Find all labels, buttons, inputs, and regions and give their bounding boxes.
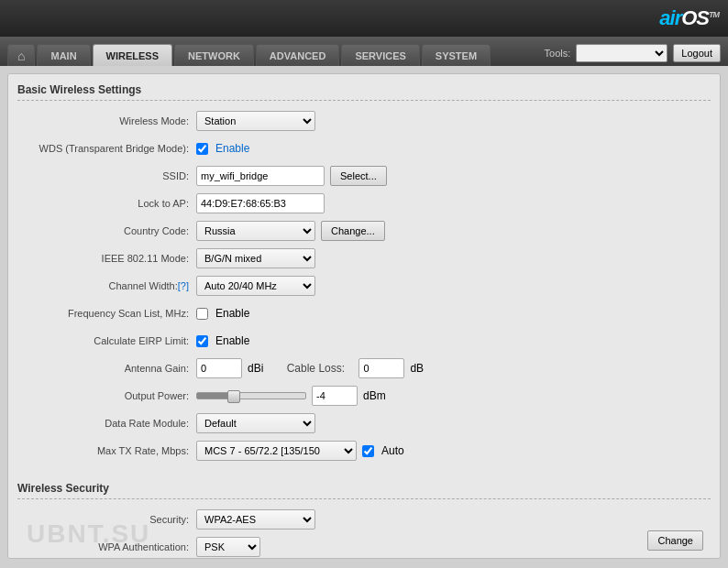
auto-label: Auto (381, 444, 404, 457)
cable-loss-input[interactable] (358, 358, 404, 378)
max-tx-select[interactable]: MCS 7 - 65/72.2 [135/150 (196, 441, 357, 461)
country-code-label: Country Code: (17, 225, 196, 236)
data-rate-label: Data Rate Module: (17, 418, 196, 429)
basic-wireless-title: Basic Wireless Settings (17, 83, 711, 101)
change-button[interactable]: Change (647, 530, 703, 551)
tab-main[interactable]: MAIN (37, 44, 90, 66)
wds-label: WDS (Transparent Bridge Mode): (17, 143, 196, 154)
tab-services[interactable]: SERVICES (341, 44, 419, 66)
calc-eirp-checkbox[interactable] (196, 335, 208, 347)
antenna-cable-row: Antenna Gain: dBi Cable Loss: dB (17, 357, 711, 379)
freq-scan-enable-label: Enable (215, 307, 249, 320)
antenna-gain-control: dBi Cable Loss: dB (196, 358, 424, 378)
tab-advanced[interactable]: ADVANCED (256, 44, 340, 66)
logo: airOSTM (659, 6, 719, 30)
output-power-slider-track[interactable] (196, 392, 306, 399)
antenna-gain-unit: dBi (248, 362, 263, 375)
tab-system[interactable]: SYSTEM (422, 44, 491, 66)
select-button[interactable]: Select... (330, 166, 387, 186)
wireless-mode-select[interactable]: Station Access Point Monitor (196, 111, 315, 131)
output-power-control: dBm (196, 386, 386, 406)
watermark: UBNT.SU (27, 519, 150, 549)
section-gap (17, 467, 711, 482)
content-area: Basic Wireless Settings Wireless Mode: S… (7, 73, 721, 559)
data-rate-control: Default Custom (196, 413, 315, 433)
tab-wireless[interactable]: WIRELESS (93, 44, 172, 66)
freq-scan-checkbox[interactable] (196, 308, 208, 320)
wpa-auth-control: PSK EAP (196, 537, 260, 557)
max-tx-row: Max TX Rate, Mbps: MCS 7 - 65/72.2 [135/… (17, 440, 711, 462)
wds-checkbox[interactable] (196, 143, 208, 155)
antenna-gain-label: Antenna Gain: (17, 363, 196, 374)
logo-area: airOSTM (659, 6, 719, 30)
tab-network[interactable]: NETWORK (174, 44, 254, 66)
ieee-mode-control: B/G/N mixed A/N mixed N only (196, 248, 315, 268)
ssid-input[interactable] (196, 166, 325, 186)
lock-ap-input[interactable] (196, 193, 325, 213)
lock-ap-control (196, 193, 325, 213)
output-power-label: Output Power: (17, 390, 196, 401)
country-code-select[interactable]: Russia United States Germany (196, 221, 315, 241)
output-power-unit: dBm (363, 389, 386, 402)
max-tx-control: MCS 7 - 65/72.2 [135/150 Auto (196, 441, 404, 461)
freq-scan-control: Enable (196, 307, 249, 320)
ieee-mode-select[interactable]: B/G/N mixed A/N mixed N only (196, 248, 315, 268)
wireless-mode-control: Station Access Point Monitor (196, 111, 315, 131)
bottom-change-area: Change (647, 530, 703, 551)
nav-bar: ⌂ MAIN WIRELESS NETWORK ADVANCED SERVICE… (0, 37, 728, 66)
ssid-control: Select... (196, 166, 387, 186)
logo-os: OS (681, 6, 709, 29)
calc-eirp-label: Calculate EIRP Limit: (17, 335, 196, 346)
wds-enable-label: Enable (215, 142, 249, 155)
channel-width-label: Channel Width:[?] (17, 280, 196, 291)
data-rate-row: Data Rate Module: Default Custom (17, 412, 711, 434)
wds-control: Enable (196, 142, 249, 155)
country-code-control: Russia United States Germany Change... (196, 221, 385, 241)
calc-eirp-enable-label: Enable (215, 334, 249, 347)
output-power-input[interactable] (312, 386, 358, 406)
wds-row: WDS (Transparent Bridge Mode): Enable (17, 137, 711, 159)
ieee-mode-row: IEEE 802.11 Mode: B/G/N mixed A/N mixed … (17, 247, 711, 269)
wireless-mode-label: Wireless Mode: (17, 115, 196, 126)
wpa-auth-select[interactable]: PSK EAP (196, 537, 260, 557)
tab-home[interactable]: ⌂ (7, 44, 35, 66)
logo-tm: TM (709, 10, 719, 19)
tools-label: Tools: (545, 48, 571, 59)
output-power-slider-handle[interactable] (227, 390, 240, 403)
ssid-label: SSID: (17, 170, 196, 181)
antenna-gain-input[interactable] (196, 358, 242, 378)
wireless-mode-row: Wireless Mode: Station Access Point Moni… (17, 110, 711, 132)
auto-checkbox[interactable] (362, 445, 374, 457)
country-code-row: Country Code: Russia United States Germa… (17, 220, 711, 242)
calc-eirp-control: Enable (196, 334, 249, 347)
tools-area: Tools: Logout (545, 44, 721, 66)
ssid-row: SSID: Select... (17, 165, 711, 187)
calc-eirp-row: Calculate EIRP Limit: Enable (17, 330, 711, 352)
max-tx-label: Max TX Rate, Mbps: (17, 445, 196, 456)
channel-width-select[interactable]: Auto 20/40 MHz 20 MHz 40 MHz (196, 276, 315, 296)
change-country-button[interactable]: Change... (321, 221, 385, 241)
wireless-security-title: Wireless Security (17, 482, 711, 499)
ieee-mode-label: IEEE 802.11 Mode: (17, 253, 196, 264)
home-icon: ⌂ (17, 49, 25, 63)
lock-ap-row: Lock to AP: (17, 192, 711, 214)
cable-loss-label: Cable Loss: (287, 362, 345, 375)
logout-button[interactable]: Logout (673, 44, 721, 62)
channel-width-control: Auto 20/40 MHz 20 MHz 40 MHz (196, 276, 315, 296)
security-select[interactable]: WPA2-AES WPA2 WPA None (196, 509, 315, 530)
logo-air: air (659, 6, 681, 29)
freq-scan-row: Frequency Scan List, MHz: Enable (17, 302, 711, 324)
data-rate-select[interactable]: Default Custom (196, 413, 315, 433)
lock-ap-label: Lock to AP: (17, 198, 196, 209)
freq-scan-label: Frequency Scan List, MHz: (17, 308, 196, 319)
channel-width-help[interactable]: [?] (178, 280, 189, 291)
channel-width-row: Channel Width:[?] Auto 20/40 MHz 20 MHz … (17, 275, 711, 297)
top-bar: airOSTM (0, 0, 728, 37)
cable-loss-unit: dB (410, 362, 424, 375)
tools-select[interactable] (576, 44, 667, 62)
output-power-row: Output Power: dBm (17, 385, 711, 407)
security-control: WPA2-AES WPA2 WPA None (196, 509, 315, 530)
